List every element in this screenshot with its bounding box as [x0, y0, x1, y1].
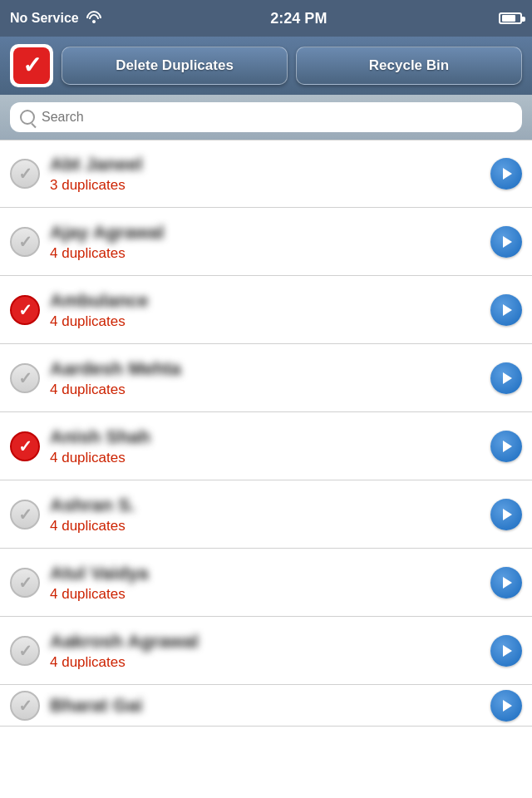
carrier-text: No Service — [10, 11, 79, 26]
detail-button-1[interactable] — [490, 158, 522, 190]
chevron-right-icon-8 — [503, 645, 512, 657]
item-content-7: Atul Vaidya 4 duplicates — [50, 563, 480, 603]
duplicate-count-1: 3 duplicates — [50, 177, 480, 194]
status-right — [495, 12, 522, 24]
detail-button-8[interactable] — [490, 635, 522, 667]
item-content-8: Aakrosh Agrawal 4 duplicates — [50, 631, 480, 671]
uncheck-icon-1: ✓ — [18, 164, 32, 184]
duplicate-count-7: 4 duplicates — [50, 586, 480, 603]
duplicate-count-4: 4 duplicates — [50, 382, 480, 398]
checkbox-6[interactable]: ✓ ✓ — [10, 500, 40, 530]
duplicate-count-2: 4 duplicates — [50, 245, 480, 262]
checkbox-8[interactable]: ✓ ✓ — [10, 636, 40, 666]
chevron-right-icon-7 — [503, 577, 512, 589]
checkbox-9[interactable]: ✓ ✓ — [10, 691, 40, 721]
detail-button-5[interactable] — [490, 431, 522, 462]
battery-icon — [499, 12, 522, 24]
list-item: ✓ ✓ Anish Shah 4 duplicates — [0, 412, 532, 480]
uncheck-icon-7: ✓ — [18, 573, 32, 593]
uncheck-icon-8: ✓ — [18, 641, 32, 661]
contact-name-4: Aardesh Mehta — [50, 358, 480, 380]
uncheck-icon-9: ✓ — [18, 696, 32, 716]
item-content-3: Ambulance 4 duplicates — [50, 290, 480, 330]
toolbar: ✓ Delete Duplicates Recycle Bin — [0, 37, 532, 95]
chevron-right-icon-3 — [503, 304, 512, 316]
check-icon-5: ✓ — [18, 436, 32, 456]
chevron-right-icon-9 — [503, 700, 512, 712]
uncheck-icon-2: ✓ — [18, 232, 32, 252]
duplicate-count-5: 4 duplicates — [50, 450, 480, 466]
duplicate-count-6: 4 duplicates — [50, 518, 480, 534]
contact-name-5: Anish Shah — [50, 426, 480, 448]
checkbox-1[interactable]: ✓ ✓ — [10, 159, 40, 189]
time-display: 2:24 PM — [270, 10, 327, 27]
detail-button-2[interactable] — [490, 226, 522, 258]
contact-name-6: Ashran S. — [50, 495, 480, 516]
recycle-bin-button[interactable]: Recycle Bin — [296, 47, 522, 85]
list-item: ✓ ✓ Aardesh Mehta 4 duplicates — [0, 344, 532, 412]
uncheck-icon-6: ✓ — [18, 505, 32, 525]
list-item: ✓ ✓ Abt Janeel 3 duplicates — [0, 140, 532, 208]
search-icon — [20, 110, 35, 125]
status-bar: No Service 2:24 PM — [0, 0, 532, 37]
status-left: No Service — [10, 11, 102, 26]
detail-button-6[interactable] — [490, 499, 522, 530]
contact-name-8: Aakrosh Agrawal — [50, 631, 480, 653]
item-content-9: Bharat Gai — [50, 695, 480, 717]
contact-name-3: Ambulance — [50, 290, 480, 312]
checkbox-7[interactable]: ✓ ✓ — [10, 568, 40, 598]
contact-name-2: Ajay Agrawal — [50, 222, 480, 244]
app-checkmark-icon: ✓ — [22, 54, 42, 77]
check-icon-3: ✓ — [18, 300, 32, 320]
item-content-5: Anish Shah 4 duplicates — [50, 426, 480, 466]
search-input[interactable] — [42, 110, 512, 125]
chevron-right-icon-1 — [503, 168, 512, 180]
app-icon-inner: ✓ — [13, 47, 50, 84]
checkbox-5[interactable]: ✓ ✓ — [10, 431, 40, 461]
duplicate-count-3: 4 duplicates — [50, 313, 480, 330]
chevron-right-icon-5 — [503, 441, 512, 452]
checkbox-3[interactable]: ✓ ✓ — [10, 295, 40, 325]
chevron-right-icon-6 — [503, 509, 512, 520]
detail-button-3[interactable] — [490, 294, 522, 326]
list-item: ✓ ✓ Ajay Agrawal 4 duplicates — [0, 208, 532, 276]
checkbox-4[interactable]: ✓ ✓ — [10, 363, 40, 393]
item-content-6: Ashran S. 4 duplicates — [50, 495, 480, 534]
list-item: ✓ ✓ Ambulance 4 duplicates — [0, 276, 532, 344]
duplicate-count-8: 4 duplicates — [50, 654, 480, 671]
item-content-1: Abt Janeel 3 duplicates — [50, 154, 480, 194]
contact-name-7: Atul Vaidya — [50, 563, 480, 584]
contact-list: ✓ ✓ Abt Janeel 3 duplicates ✓ ✓ Ajay Agr… — [0, 140, 532, 727]
search-input-wrap — [10, 102, 522, 132]
item-content-4: Aardesh Mehta 4 duplicates — [50, 358, 480, 398]
checkbox-2[interactable]: ✓ ✓ — [10, 227, 40, 257]
delete-duplicates-button[interactable]: Delete Duplicates — [62, 47, 288, 85]
list-item: ✓ ✓ Bharat Gai — [0, 685, 532, 727]
detail-button-7[interactable] — [490, 567, 522, 598]
search-bar — [0, 95, 532, 140]
wifi-icon — [86, 12, 102, 25]
list-item: ✓ ✓ Ashran S. 4 duplicates — [0, 480, 532, 549]
detail-button-9[interactable] — [490, 690, 522, 722]
uncheck-icon-4: ✓ — [18, 368, 32, 388]
list-item: ✓ ✓ Atul Vaidya 4 duplicates — [0, 549, 532, 617]
detail-button-4[interactable] — [490, 362, 522, 394]
contact-name-9: Bharat Gai — [50, 695, 480, 717]
list-item: ✓ ✓ Aakrosh Agrawal 4 duplicates — [0, 617, 532, 685]
item-content-2: Ajay Agrawal 4 duplicates — [50, 222, 480, 262]
contact-name-1: Abt Janeel — [50, 154, 480, 175]
app-icon: ✓ — [10, 44, 53, 87]
chevron-right-icon-4 — [503, 372, 512, 384]
chevron-right-icon-2 — [503, 236, 512, 248]
